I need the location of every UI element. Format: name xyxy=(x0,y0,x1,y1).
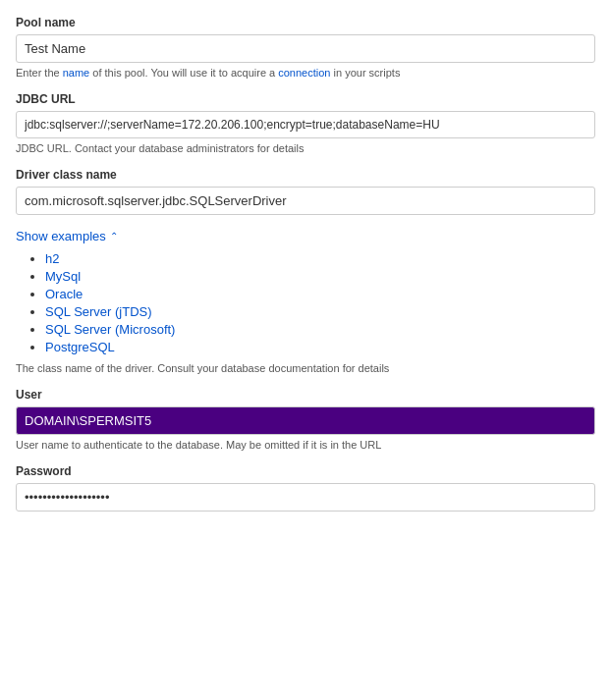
example-sqlserver-microsoft[interactable]: SQL Server (Microsoft) xyxy=(45,322,175,337)
example-h2[interactable]: h2 xyxy=(45,251,59,266)
example-mysql[interactable]: MySql xyxy=(45,269,81,284)
list-item: Oracle xyxy=(45,287,595,301)
driver-class-hint: The class name of the driver. Consult yo… xyxy=(16,362,595,374)
pool-name-input[interactable] xyxy=(16,34,595,63)
password-label: Password xyxy=(16,464,595,478)
list-item: PostgreSQL xyxy=(45,340,595,354)
example-sqlserver-jtds[interactable]: SQL Server (jTDS) xyxy=(45,304,152,319)
pool-name-group: Pool name Enter the name of this pool. Y… xyxy=(16,16,595,79)
jdbc-url-label: JDBC URL xyxy=(16,92,595,106)
list-item: h2 xyxy=(45,251,595,266)
user-label: User xyxy=(16,388,595,402)
show-examples-toggle[interactable]: Show examples ⌃ xyxy=(16,229,118,243)
user-group: User User name to authenticate to the da… xyxy=(16,388,595,451)
example-postgresql[interactable]: PostgreSQL xyxy=(45,340,115,354)
examples-list: h2 MySql Oracle SQL Server (jTDS) SQL Se… xyxy=(45,251,595,354)
user-hint: User name to authenticate to the databas… xyxy=(16,439,595,451)
example-oracle[interactable]: Oracle xyxy=(45,287,83,301)
jdbc-url-group: JDBC URL JDBC URL. Contact your database… xyxy=(16,92,595,154)
driver-class-group: Driver class name xyxy=(16,168,595,215)
driver-class-input[interactable] xyxy=(16,187,595,215)
password-input[interactable] xyxy=(16,483,595,512)
show-examples-label: Show examples xyxy=(16,229,106,243)
user-input[interactable] xyxy=(16,406,595,435)
list-item: SQL Server (Microsoft) xyxy=(45,322,595,337)
driver-class-label: Driver class name xyxy=(16,168,595,182)
list-item: MySql xyxy=(45,269,595,284)
pool-name-hint: Enter the name of this pool. You will us… xyxy=(16,67,595,79)
jdbc-url-input[interactable] xyxy=(16,111,595,138)
password-group: Password xyxy=(16,464,595,512)
jdbc-url-hint: JDBC URL. Contact your database administ… xyxy=(16,142,595,154)
pool-name-label: Pool name xyxy=(16,16,595,29)
show-examples-chevron: ⌃ xyxy=(110,231,118,242)
list-item: SQL Server (jTDS) xyxy=(45,304,595,319)
